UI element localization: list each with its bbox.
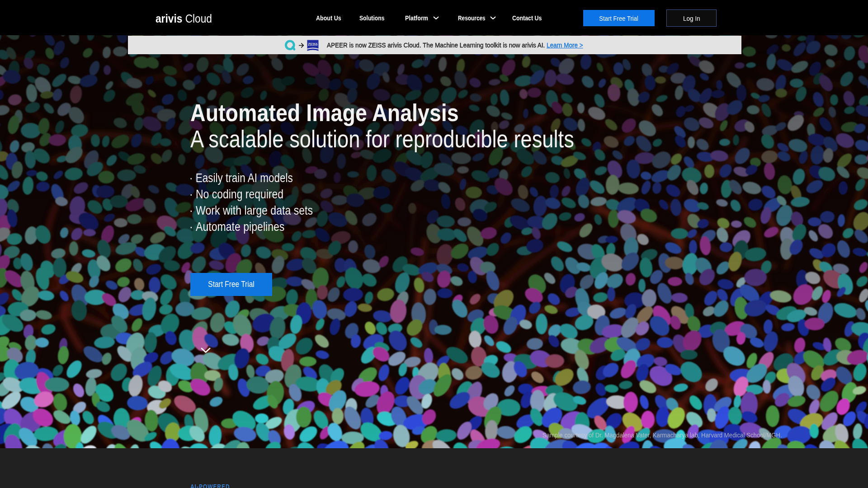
svg-text:ZEISS: ZEISS [308,42,317,46]
